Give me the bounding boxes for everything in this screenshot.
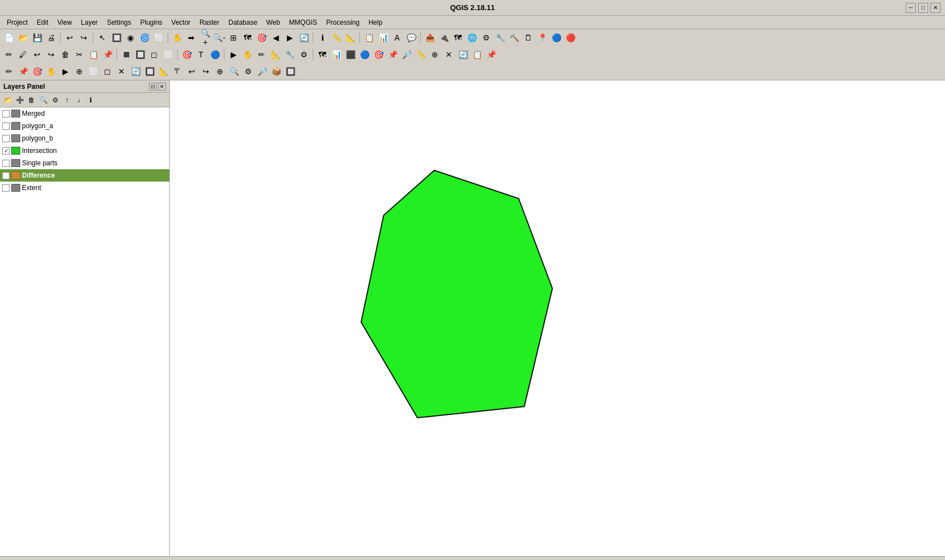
layer-item-merged[interactable]: Merged [0, 107, 169, 120]
minimize-button[interactable]: ─ [906, 3, 916, 13]
menu-raster[interactable]: Raster [195, 17, 224, 28]
tb2-fill[interactable]: ⬜ [161, 48, 175, 61]
menu-mmqgis[interactable]: MMQGIS [285, 17, 322, 28]
tb3-extra2[interactable]: ✋ [44, 65, 58, 78]
map-canvas[interactable] [170, 80, 945, 556]
layer-open-btn[interactable]: 📂 [2, 94, 14, 106]
tb3-trace[interactable]: 📌 [16, 65, 30, 78]
menu-settings[interactable]: Settings [102, 17, 136, 28]
tb-open[interactable]: 📂 [16, 31, 30, 44]
tb-zoom-prev[interactable]: ◀ [269, 31, 282, 44]
tb3-extra6[interactable]: ◻ [101, 65, 114, 78]
tb3-extra15[interactable]: 🔍 [227, 65, 241, 78]
tb2-scratch[interactable]: 🔧 [283, 48, 296, 61]
tb2-wcs[interactable]: 📐 [269, 48, 282, 61]
tb2-geo4[interactable]: 🔵 [358, 48, 371, 61]
tb2-geo13[interactable]: 📌 [484, 48, 498, 61]
layer-info-btn[interactable]: ℹ [85, 94, 96, 106]
layer-item-extent[interactable]: Extent [0, 182, 169, 194]
tb2-geo6[interactable]: 📌 [386, 48, 399, 61]
layer-checkbox-polygon-a[interactable] [2, 123, 10, 130]
tb-new[interactable]: 📄 [2, 31, 16, 44]
tb-undo[interactable]: ↩ [63, 31, 76, 44]
layer-checkbox-extent[interactable] [2, 184, 10, 192]
tb2-xyz[interactable]: ✋ [241, 48, 254, 61]
layers-panel-close-btn[interactable]: ✕ [158, 83, 166, 91]
tb-select-free[interactable]: 🌀 [138, 31, 151, 44]
tb3-snap[interactable]: ✏ [2, 65, 16, 78]
tb-plugin4[interactable]: ⚙ [479, 31, 493, 44]
layers-panel-float-btn[interactable]: ⊡ [149, 83, 157, 91]
tb-refresh[interactable]: 🔄 [297, 31, 310, 44]
menu-help[interactable]: Help [364, 17, 387, 28]
menu-vector[interactable]: Vector [167, 17, 195, 28]
tb-pan-map[interactable]: ➡ [184, 31, 198, 44]
tb-plugin6[interactable]: 🔨 [507, 31, 521, 44]
tb-zoom-full[interactable]: ⊞ [227, 31, 240, 44]
tb-plugin7[interactable]: 🗒 [521, 31, 535, 44]
tb-zoom-select[interactable]: 🎯 [255, 31, 268, 44]
maximize-button[interactable]: □ [918, 3, 928, 13]
tb-select-poly[interactable]: ◉ [124, 31, 137, 44]
tb3-extra3[interactable]: ▶ [58, 65, 72, 78]
tb2-geo8[interactable]: 📏 [414, 48, 428, 61]
tb2-edit[interactable]: ✏ [2, 48, 16, 61]
layer-down-btn[interactable]: ↓ [73, 94, 84, 106]
tb2-move[interactable]: 🔲 [133, 48, 147, 61]
tb2-label[interactable]: 🔵 [208, 48, 222, 61]
tb-select[interactable]: ↖ [96, 31, 109, 44]
tb2-geo12[interactable]: 📋 [470, 48, 484, 61]
tb-measure-area[interactable]: 📐 [344, 31, 357, 44]
layer-item-difference[interactable]: Difference [0, 169, 169, 182]
close-button[interactable]: ✕ [930, 3, 940, 13]
tb-plugin8[interactable]: 📍 [536, 31, 549, 44]
menu-plugins[interactable]: Plugins [136, 17, 166, 28]
tb3-extra7[interactable]: ✕ [115, 65, 128, 78]
tb2-snapping[interactable]: 🎯 [180, 48, 194, 61]
tb2-geo10[interactable]: ✕ [442, 48, 456, 61]
tb2-delete[interactable]: 🗑 [58, 48, 72, 61]
tb2-wfs[interactable]: ✏ [255, 48, 268, 61]
tb-deselect[interactable]: ⬜ [152, 31, 165, 44]
tb2-redo[interactable]: ↪ [44, 48, 58, 61]
tb2-geo1[interactable]: 🗺 [316, 48, 329, 61]
tb-zoom-next[interactable]: ▶ [283, 31, 296, 44]
tb3-extra11[interactable]: 〒 [171, 65, 184, 78]
tb-stat[interactable]: 📊 [376, 31, 390, 44]
layer-checkbox-polygon-b[interactable] [2, 135, 10, 142]
tb3-extra17[interactable]: 🔎 [255, 65, 269, 78]
tb2-virt[interactable]: ⚙ [297, 48, 310, 61]
tb2-color[interactable]: T [194, 48, 208, 61]
tb2-copy[interactable]: 📋 [87, 48, 100, 61]
tb-label[interactable]: A [390, 31, 404, 44]
tb-save[interactable]: 💾 [30, 31, 44, 44]
layer-checkbox-singleparts[interactable] [2, 160, 10, 167]
tb-plugin3[interactable]: 🌐 [465, 31, 479, 44]
layer-checkbox-intersection[interactable]: ✓ [2, 147, 10, 155]
tb-identify[interactable]: ℹ [316, 31, 329, 44]
tb2-ring[interactable]: ◻ [147, 48, 161, 61]
tb3-extra8[interactable]: 🔄 [129, 65, 142, 78]
tb-plugin9[interactable]: 🔵 [550, 31, 563, 44]
layer-checkbox-merged[interactable] [2, 110, 10, 118]
tb2-geo7[interactable]: 🔎 [400, 48, 413, 61]
layer-item-polygon-a[interactable]: polygon_a [0, 120, 169, 132]
layer-item-singleparts[interactable]: Single parts [0, 157, 169, 169]
tb3-extra14[interactable]: ⊕ [213, 65, 227, 78]
tb2-geo2[interactable]: 📊 [330, 48, 343, 61]
layer-item-polygon-b[interactable]: polygon_b [0, 132, 169, 144]
tb3-extra9[interactable]: 🔲 [143, 65, 156, 78]
layer-checkbox-difference[interactable] [2, 172, 10, 179]
tb-plugin2[interactable]: 🗺 [451, 31, 465, 44]
tb2-geo3[interactable]: ⬛ [344, 48, 357, 61]
menu-database[interactable]: Database [224, 17, 262, 28]
tb-plugin1[interactable]: 🔌 [437, 31, 451, 44]
menu-layer[interactable]: Layer [76, 17, 102, 28]
tb2-undo[interactable]: ↩ [30, 48, 44, 61]
tb-pan[interactable]: ✋ [170, 31, 184, 44]
tb3-extra10[interactable]: 📐 [157, 65, 170, 78]
tb2-wms[interactable]: ▶ [227, 48, 240, 61]
tb2-paste[interactable]: 📌 [101, 48, 114, 61]
tb2-add-feature[interactable]: 🔳 [119, 48, 133, 61]
tb-zoom-in[interactable]: 🔍+ [199, 31, 212, 44]
